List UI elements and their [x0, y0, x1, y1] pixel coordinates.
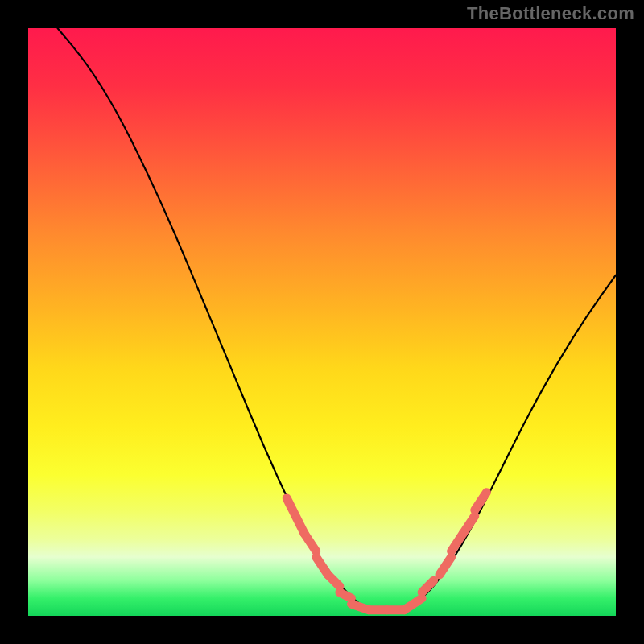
highlight-dash	[304, 534, 316, 551]
highlight-dash	[463, 516, 475, 534]
highlight-group	[287, 493, 486, 610]
curve-svg	[28, 28, 616, 616]
highlight-dash	[404, 598, 422, 610]
highlight-dash	[422, 580, 434, 592]
highlight-dash	[287, 498, 304, 534]
chart-frame: TheBottleneck.com	[0, 0, 644, 644]
plot-area	[28, 28, 616, 616]
highlight-dash	[328, 575, 340, 587]
highlight-dash	[475, 493, 487, 510]
highlight-dash	[340, 592, 352, 598]
watermark-label: TheBottleneck.com	[467, 3, 634, 24]
bottleneck-curve	[58, 28, 617, 610]
highlight-dash	[440, 557, 452, 575]
